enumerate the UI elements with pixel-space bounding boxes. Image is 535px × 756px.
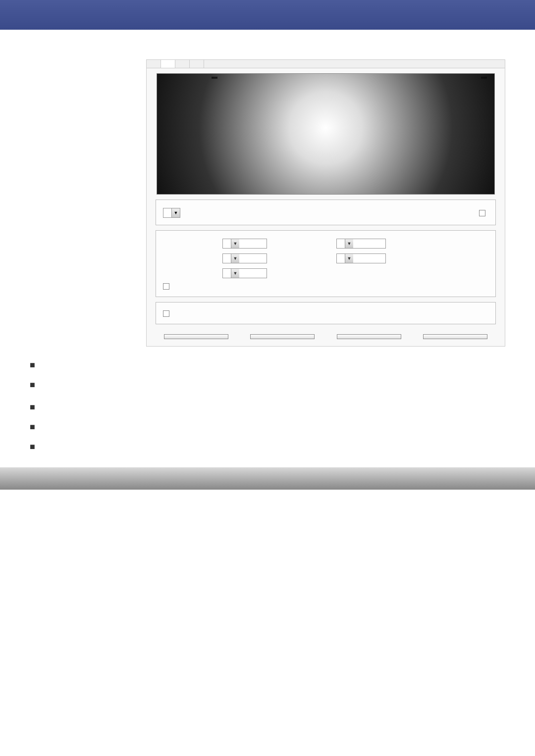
restore-button[interactable] [337, 334, 401, 339]
left-labels-column [30, 59, 146, 347]
white-balance-fieldset: ▼ [156, 200, 496, 225]
action-buttons [147, 329, 505, 346]
ui-container: ▼ ▼ [30, 59, 505, 347]
tab-privacy-mask[interactable] [190, 60, 204, 68]
low-light-checkbox[interactable] [163, 283, 169, 290]
image-adjustment-fieldset: ▼ ▼ ▼ ▼ [156, 230, 496, 297]
chevron-down-icon: ▼ [171, 208, 180, 217]
tab-preference[interactable] [161, 60, 175, 68]
preview-protocol-label [212, 77, 217, 79]
sharpness-select[interactable]: ▼ [336, 253, 386, 263]
wdr-enable-row[interactable] [163, 307, 488, 317]
preview-button[interactable] [250, 334, 315, 339]
tabs [147, 60, 505, 68]
documentation-text: ■ ■ ■ ■ ■ [30, 359, 505, 453]
tab-exposure[interactable] [175, 60, 190, 68]
low-light-row[interactable] [163, 283, 488, 290]
page-footer [0, 467, 535, 490]
profile-button[interactable] [164, 334, 228, 339]
chevron-down-icon: ▼ [231, 239, 239, 248]
saturation-select[interactable]: ▼ [336, 239, 386, 249]
wdr-fieldset [156, 302, 496, 324]
settings-panel: ▼ ▼ [146, 59, 505, 347]
brightness-select[interactable]: ▼ [222, 239, 267, 249]
chevron-down-icon: ▼ [231, 254, 239, 263]
page-content: ▼ ▼ [0, 30, 535, 467]
page-header [0, 0, 535, 30]
wdr-checkbox[interactable] [163, 310, 169, 317]
bullet-icon: ■ [30, 379, 35, 391]
save-button[interactable] [423, 334, 487, 339]
camera-preview [157, 73, 495, 195]
chevron-down-icon: ▼ [231, 269, 239, 278]
contrast-select[interactable]: ▼ [222, 253, 267, 263]
gamma-select[interactable]: ▼ [222, 268, 267, 278]
bullet-icon: ■ [30, 441, 35, 453]
white-balance-select[interactable]: ▼ [163, 208, 180, 218]
bullet-icon: ■ [30, 421, 35, 433]
fix-current-value-checkbox[interactable] [479, 210, 485, 216]
tab-general-settings[interactable] [147, 60, 161, 68]
preview-timestamp [481, 77, 487, 79]
bullet-icon: ■ [30, 401, 35, 413]
chevron-down-icon: ▼ [345, 239, 353, 248]
fix-current-value-row[interactable] [479, 210, 488, 216]
chevron-down-icon: ▼ [345, 254, 353, 263]
bullet-icon: ■ [30, 359, 35, 371]
